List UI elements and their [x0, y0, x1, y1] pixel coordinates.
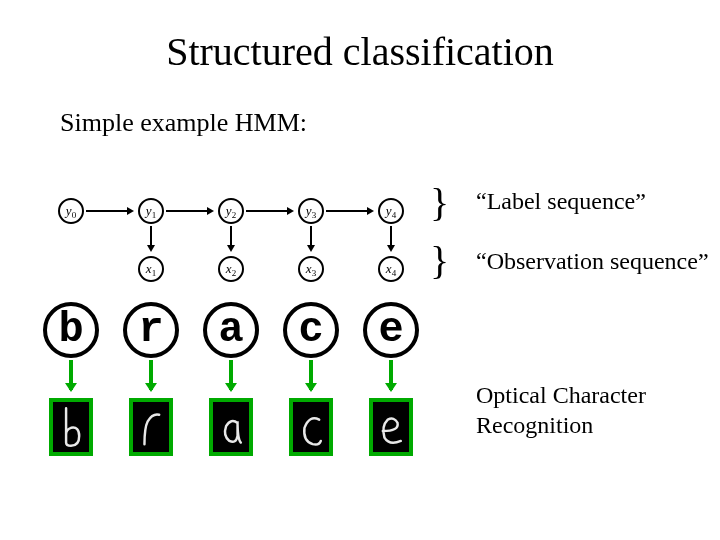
node-y0: y0	[58, 198, 84, 224]
glyph-r	[129, 398, 173, 456]
edge-y1-x1	[150, 226, 152, 250]
node-y4: y4	[378, 198, 404, 224]
edge-y0-y1	[86, 210, 132, 212]
hmm-diagram: y0 y1 y2 y3 y4 x1 x2 x3 x4 b r a c e	[58, 164, 458, 444]
caption-ocr: Optical Character Recognition	[476, 380, 646, 440]
arrow-c-glyph	[309, 360, 313, 390]
edge-y2-x2	[230, 226, 232, 250]
letter-r: r	[123, 302, 179, 358]
edge-y2-y3	[246, 210, 292, 212]
glyph-b	[49, 398, 93, 456]
arrow-e-glyph	[389, 360, 393, 390]
letter-e: e	[363, 302, 419, 358]
arrow-r-glyph	[149, 360, 153, 390]
node-x4: x4	[378, 256, 404, 282]
caption-ocr-line2: Recognition	[476, 410, 646, 440]
edge-y3-y4	[326, 210, 372, 212]
node-x1: x1	[138, 256, 164, 282]
annotation-observation-sequence: “Observation sequence”	[476, 248, 709, 275]
caption-ocr-line1: Optical Character	[476, 380, 646, 410]
subtitle: Simple example HMM:	[60, 108, 307, 138]
letter-c: c	[283, 302, 339, 358]
letter-a: a	[203, 302, 259, 358]
arrow-b-glyph	[69, 360, 73, 390]
letter-b: b	[43, 302, 99, 358]
glyph-e	[369, 398, 413, 456]
edge-y3-x3	[310, 226, 312, 250]
node-y1: y1	[138, 198, 164, 224]
page-title: Structured classification	[0, 28, 720, 75]
edge-y1-y2	[166, 210, 212, 212]
node-x3: x3	[298, 256, 324, 282]
arrow-a-glyph	[229, 360, 233, 390]
brace-obs: }	[430, 246, 449, 276]
node-x2: x2	[218, 256, 244, 282]
brace-label: }	[430, 188, 449, 218]
node-y2: y2	[218, 198, 244, 224]
node-y3: y3	[298, 198, 324, 224]
annotation-label-sequence: “Label sequence”	[476, 188, 646, 215]
glyph-a	[209, 398, 253, 456]
edge-y4-x4	[390, 226, 392, 250]
glyph-c	[289, 398, 333, 456]
